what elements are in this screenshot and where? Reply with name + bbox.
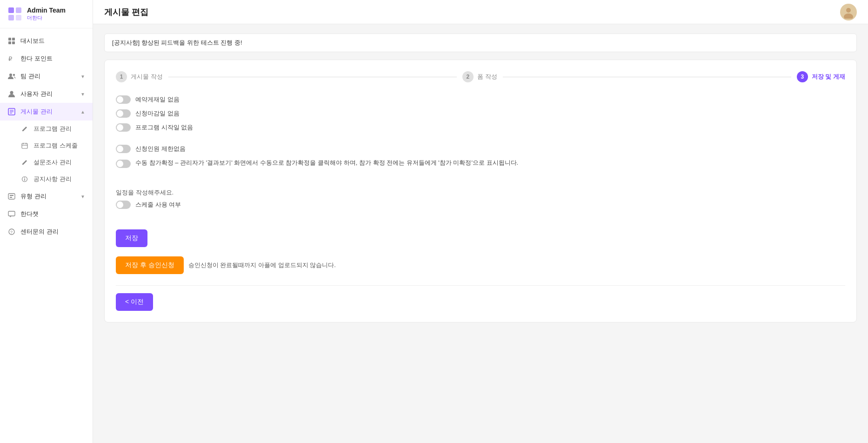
svg-text:₽: ₽	[8, 55, 12, 62]
toggle-schedule[interactable]	[116, 201, 131, 209]
step-3: 3 저장 및 게재	[797, 71, 845, 82]
sidebar-item-handa-point-label: 한다 포인트	[20, 54, 85, 63]
toggle-no-deadline[interactable]	[116, 109, 131, 118]
main-content: 게시물 편집 [공지사항] 향상된 피드백을 위한 테스트 진행 중! 1 게시…	[93, 0, 868, 443]
sidebar-item-center-manage-label: 센터문의 관리	[20, 228, 85, 236]
sidebar-item-type-manage-label: 유형 관리	[20, 192, 76, 201]
save-button[interactable]: 저장	[116, 229, 147, 247]
svg-rect-4	[8, 38, 11, 40]
svg-rect-16	[22, 143, 27, 148]
pencil-icon	[20, 125, 29, 133]
step-2: 2 폼 작성	[462, 71, 497, 82]
svg-rect-2	[8, 15, 14, 20]
step-line-2	[503, 77, 791, 77]
sidebar-item-center-manage[interactable]: ? 센터문의 관리	[0, 223, 93, 241]
content-area: [공지사항] 향상된 피드백을 위한 테스트 진행 중! 1 게시물 작성 2 …	[93, 24, 868, 443]
step-3-label: 저장 및 게재	[812, 73, 845, 81]
option-schedule-label: 스케줄 사용 여부	[135, 201, 181, 209]
approve-row: 저장 후 승인신청 승인신청이 완료될때까지 아플에 업로드되지 않습니다.	[116, 256, 845, 274]
sidebar-item-handachat[interactable]: 한다챗	[0, 205, 93, 223]
page-title: 게시물 편집	[104, 7, 148, 18]
sidebar-sub-survey-manage-label: 설문조사 관리	[33, 158, 72, 167]
svg-rect-7	[12, 41, 15, 44]
logo-sub: 더한다	[27, 14, 66, 21]
step-3-num: 3	[801, 74, 804, 80]
notice-icon	[20, 175, 29, 183]
sidebar-item-team-manage-label: 팀 관리	[20, 72, 76, 81]
svg-point-30	[844, 13, 853, 19]
option-manual-confirm[interactable]: 수동 참가확정 – 관리자가 '결과보기' 화면에서 수동으로 참가확정을 클릭…	[116, 159, 845, 168]
sidebar-sub-program-schedule[interactable]: 프로그램 스케줄	[0, 137, 93, 154]
step-1-num: 1	[120, 74, 123, 80]
sidebar-item-post-manage[interactable]: 게시물 관리 ▲	[0, 103, 93, 121]
sidebar-sub-notice-manage[interactable]: 공지사항 관리	[0, 171, 93, 188]
option-no-limit[interactable]: 신청인원 제한없음	[116, 145, 845, 153]
user-icon	[7, 90, 16, 98]
steps-container: 1 게시물 작성 2 폼 작성 3 저장 및 게재	[116, 71, 845, 82]
post-icon	[7, 107, 16, 116]
toggle-no-start-date[interactable]	[116, 123, 131, 132]
prev-button[interactable]: < 이전	[116, 293, 153, 311]
avatar-icon	[842, 6, 855, 19]
option-no-reservation-date[interactable]: 예약게재일 없음	[116, 95, 845, 104]
svg-point-29	[846, 8, 851, 13]
sidebar-item-type-manage[interactable]: 유형 관리 ▼	[0, 188, 93, 205]
approve-button[interactable]: 저장 후 승인신청	[116, 256, 184, 274]
sidebar-item-dashboard[interactable]: 대시보드	[0, 32, 93, 50]
toggle-no-reservation-date[interactable]	[116, 95, 131, 104]
sidebar-sub-program-manage[interactable]: 프로그램 관리	[0, 121, 93, 137]
option-no-deadline-label: 신청마감일 없음	[135, 109, 180, 118]
calendar-icon	[20, 141, 29, 150]
sidebar-sub-notice-manage-label: 공지사항 관리	[33, 175, 72, 183]
option-no-reservation-date-label: 예약게재일 없음	[135, 95, 180, 104]
sidebar-item-dashboard-label: 대시보드	[20, 37, 85, 45]
option-no-limit-label: 신청인원 제한없음	[135, 145, 186, 153]
sidebar-sub-program-manage-label: 프로그램 관리	[33, 125, 72, 133]
toggle-manual-confirm[interactable]	[116, 160, 131, 168]
sidebar-sub-survey-manage[interactable]: 설문조사 관리	[0, 154, 93, 171]
svg-text:?: ?	[10, 230, 13, 235]
sidebar-item-user-manage[interactable]: 사용자 관리 ▼	[0, 85, 93, 103]
sidebar-logo[interactable]: Admin Team 더한다	[0, 0, 93, 28]
chevron-down-icon2: ▼	[80, 92, 85, 97]
avatar[interactable]	[840, 4, 857, 20]
sidebar: Admin Team 더한다 대시보드 ₽ 한다 포인트 팀 관리 ▼	[0, 0, 93, 443]
svg-rect-5	[12, 38, 15, 40]
svg-point-9	[9, 74, 12, 76]
option-manual-confirm-description: 수동 참가확정 – 관리자가 '결과보기' 화면에서 수동으로 참가확정을 클릭…	[135, 159, 518, 167]
edit-card: 1 게시물 작성 2 폼 작성 3 저장 및 게재	[104, 60, 857, 322]
svg-rect-24	[10, 195, 13, 196]
sidebar-item-team-manage[interactable]: 팀 관리 ▼	[0, 67, 93, 85]
type-icon	[7, 192, 16, 201]
option-no-start-date-label: 프로그램 시작일 없음	[135, 123, 193, 132]
step-2-circle: 2	[462, 71, 474, 82]
team-icon	[7, 72, 16, 81]
grid-icon	[7, 37, 16, 45]
svg-point-11	[10, 91, 13, 94]
step-2-num: 2	[467, 74, 470, 80]
sidebar-item-handa-point[interactable]: ₽ 한다 포인트	[0, 50, 93, 67]
chevron-down-icon: ▼	[80, 74, 85, 79]
logo-icon	[7, 7, 22, 21]
schedule-note: 일정을 작성해주세요.	[116, 188, 845, 197]
sidebar-nav: 대시보드 ₽ 한다 포인트 팀 관리 ▼ 사용자 관리 ▼	[0, 28, 93, 443]
sidebar-item-handachat-label: 한다챗	[20, 210, 85, 218]
svg-rect-0	[8, 7, 14, 13]
logo-text: Admin Team 더한다	[27, 7, 66, 21]
notice-bar: [공지사항] 향상된 피드백을 위한 테스트 진행 중!	[104, 34, 857, 52]
svg-point-10	[13, 74, 15, 76]
step-1-circle: 1	[116, 71, 127, 82]
pencil2-icon	[20, 158, 29, 167]
option-schedule[interactable]: 스케줄 사용 여부	[116, 201, 845, 209]
prev-row: < 이전	[116, 293, 845, 311]
sidebar-sub-program-schedule-label: 프로그램 스케줄	[33, 141, 78, 150]
svg-rect-6	[8, 41, 11, 44]
toggle-no-limit[interactable]	[116, 145, 131, 153]
chevron-up-icon: ▲	[80, 109, 85, 114]
sidebar-item-post-manage-label: 게시물 관리	[20, 107, 76, 116]
svg-rect-3	[16, 15, 21, 20]
option-no-start-date[interactable]: 프로그램 시작일 없음	[116, 123, 845, 132]
step-3-circle: 3	[797, 71, 808, 82]
option-no-deadline[interactable]: 신청마감일 없음	[116, 109, 845, 118]
chevron-down-icon3: ▼	[80, 194, 85, 199]
